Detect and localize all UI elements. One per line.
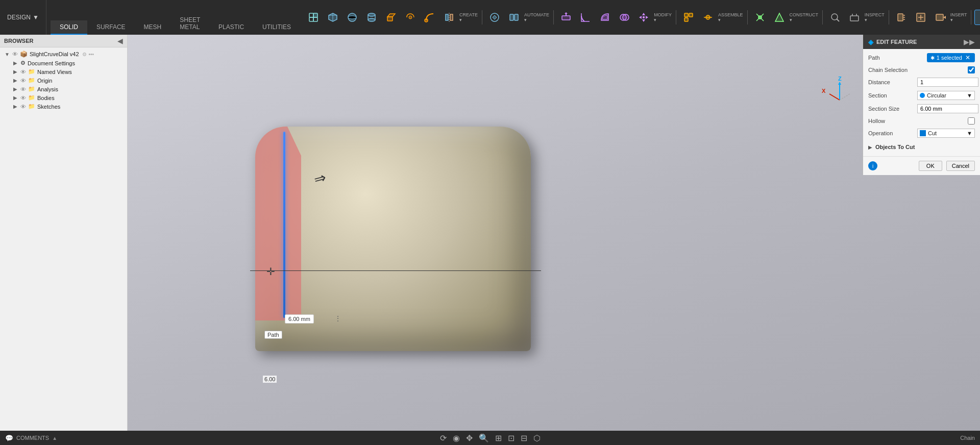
box-tool[interactable] <box>324 10 342 24</box>
svg-rect-32 <box>643 16 645 18</box>
comments-section[interactable]: 💬 COMMENTS ▲ <box>5 434 57 442</box>
info-button[interactable]: i <box>868 161 877 170</box>
distance-input[interactable] <box>917 78 978 87</box>
chain-selection-checkbox[interactable] <box>968 66 975 73</box>
comments-label: COMMENTS <box>16 435 49 441</box>
insert-tool-3[interactable] <box>931 10 949 24</box>
automate-tool-2[interactable] <box>505 10 523 24</box>
analysis-eye-icon[interactable]: 👁 <box>20 86 26 92</box>
svg-line-57 <box>829 94 840 100</box>
hollow-checkbox[interactable] <box>968 117 975 125</box>
inspect-tool-2[interactable] <box>845 10 864 24</box>
measure-more-button[interactable]: ⋮ <box>334 314 341 323</box>
section-size-input[interactable] <box>917 104 978 113</box>
component-icon: 📦 <box>20 51 28 58</box>
assemble-tool-1[interactable] <box>679 10 698 24</box>
bottom-pan-tool[interactable]: ✥ <box>464 432 475 444</box>
inspect-group: INSPECT ▾ <box>826 10 889 24</box>
bottom-grid-tool[interactable]: ⊡ <box>506 432 517 444</box>
shell-tool[interactable] <box>596 10 614 24</box>
svg-rect-21 <box>510 14 513 20</box>
fillet-tool[interactable] <box>576 10 595 24</box>
create-group-label: CREATE ▾ <box>459 12 478 22</box>
operation-row: Operation Cut ▼ Cut Join New Body <box>868 129 975 138</box>
browser-item-bodies[interactable]: ▶ 👁 📁 Bodies <box>0 93 127 102</box>
automate-tool-1[interactable] <box>485 10 504 24</box>
bottom-visual-tool[interactable]: ⬡ <box>531 432 543 444</box>
browser-collapse-btn[interactable]: ◀ <box>117 37 123 45</box>
new-component-tool[interactable] <box>304 10 323 24</box>
bodies-eye-icon[interactable]: 👁 <box>20 95 26 101</box>
sphere-tool[interactable] <box>343 10 361 24</box>
bottom-zoom-tool[interactable]: 🔍 <box>477 432 491 444</box>
move-tool[interactable] <box>634 10 653 24</box>
bottom-orbit-tool[interactable]: ⟳ <box>438 432 449 444</box>
origin-eye-icon[interactable]: 👁 <box>20 78 26 84</box>
named-views-label: Named Views <box>37 69 72 75</box>
select-group: SELECT ▾ <box>974 10 980 25</box>
origin-folder-icon: 📁 <box>28 77 35 84</box>
browser-item-origin[interactable]: ▶ 👁 📁 Origin <box>0 76 127 85</box>
browser-item-document-settings[interactable]: ▶ ⚙ Document Settings <box>0 59 127 67</box>
design-chevron: ▼ <box>33 14 39 21</box>
tab-utilities[interactable]: UTILITIES <box>253 20 300 35</box>
panel-collapse-button[interactable]: ▶▶ <box>964 38 975 46</box>
extrude-tool[interactable] <box>382 10 400 24</box>
mirror-tool[interactable] <box>440 10 458 24</box>
press-pull-tool[interactable] <box>557 10 575 24</box>
browser-panel: BROWSER ◀ ▼ 👁 📦 SlightCruveDial v42 ⚙ ••… <box>0 35 128 431</box>
tab-mesh[interactable]: MESH <box>135 20 171 35</box>
cylinder-tool[interactable] <box>362 10 381 24</box>
design-menu-button[interactable]: DESIGN ▼ <box>0 0 46 35</box>
insert-tool-1[interactable] <box>892 10 911 24</box>
sweep-tool[interactable] <box>421 10 439 24</box>
create-group: CREATE ▾ <box>304 10 482 24</box>
sketches-eye-icon[interactable]: 👁 <box>20 104 26 110</box>
edit-panel-footer: i OK Cancel <box>863 156 980 175</box>
svg-marker-19 <box>450 14 453 20</box>
sketches-folder-icon: 📁 <box>28 103 35 110</box>
origin-label: Origin <box>37 78 52 84</box>
chain-selection-row: Chain Selection <box>868 66 975 73</box>
crosshair-indicator: ✛ <box>266 265 275 278</box>
sketches-label: Sketches <box>37 104 60 110</box>
named-views-eye-icon[interactable]: 👁 <box>20 69 26 75</box>
svg-rect-23 <box>562 16 570 20</box>
tab-surface[interactable]: SURFACE <box>87 20 135 35</box>
bottom-display-tool[interactable]: ⊟ <box>519 432 529 444</box>
3d-viewport[interactable]: Z X BACK 6.00 mm ⋮ Path 6.00 <box>128 35 980 431</box>
bottom-zoom-fit-tool[interactable]: ⊞ <box>493 432 504 444</box>
select-tool[interactable] <box>974 10 980 25</box>
browser-tree: ▼ 👁 📦 SlightCruveDial v42 ⚙ ••• ▶ ⚙ Docu… <box>0 47 127 431</box>
section-visual-select[interactable]: Circular ▼ <box>917 91 975 100</box>
path-selected-badge[interactable]: ✱ 1 selected ✕ <box>927 53 975 62</box>
operation-visual-select[interactable]: Cut ▼ <box>917 129 975 138</box>
combine-tool[interactable] <box>615 10 633 24</box>
browser-root-item[interactable]: ▼ 👁 📦 SlightCruveDial v42 ⚙ ••• <box>0 50 127 59</box>
objects-to-cut-row[interactable]: ▶ Objects To Cut <box>868 142 975 152</box>
tab-sheet-metal[interactable]: SHEET METAL <box>170 13 209 35</box>
browser-item-analysis[interactable]: ▶ 👁 📁 Analysis <box>0 85 127 93</box>
path-clear-button[interactable]: ✕ <box>964 54 971 61</box>
insert-tool-2[interactable] <box>912 10 930 24</box>
bodies-label: Bodies <box>37 95 55 101</box>
construct-group: CONSTRUCT ▾ <box>751 10 823 24</box>
visibility-icon[interactable]: 👁 <box>12 51 18 57</box>
insert-group-label: INSERT ▾ <box>950 12 967 22</box>
tab-plastic[interactable]: PLASTIC <box>209 20 253 35</box>
cancel-button[interactable]: Cancel <box>946 161 975 171</box>
tab-solid[interactable]: SOLID <box>51 20 87 35</box>
revolve-tool[interactable] <box>401 10 420 24</box>
path-selection-count-icon: ✱ <box>930 55 935 61</box>
browser-item-named-views[interactable]: ▶ 👁 📁 Named Views <box>0 67 127 76</box>
edit-panel-title-group: ◈ EDIT FEATURE <box>868 38 917 46</box>
svg-line-58 <box>840 94 850 100</box>
ok-button[interactable]: OK <box>919 161 942 171</box>
construct-tool-2[interactable] <box>770 10 789 24</box>
inspect-tool-1[interactable] <box>826 10 844 24</box>
svg-point-12 <box>368 18 375 21</box>
construct-tool-1[interactable] <box>751 10 769 24</box>
bottom-look-tool[interactable]: ◉ <box>451 432 462 444</box>
browser-item-sketches[interactable]: ▶ 👁 📁 Sketches <box>0 102 127 111</box>
assemble-tool-2[interactable] <box>699 10 717 24</box>
